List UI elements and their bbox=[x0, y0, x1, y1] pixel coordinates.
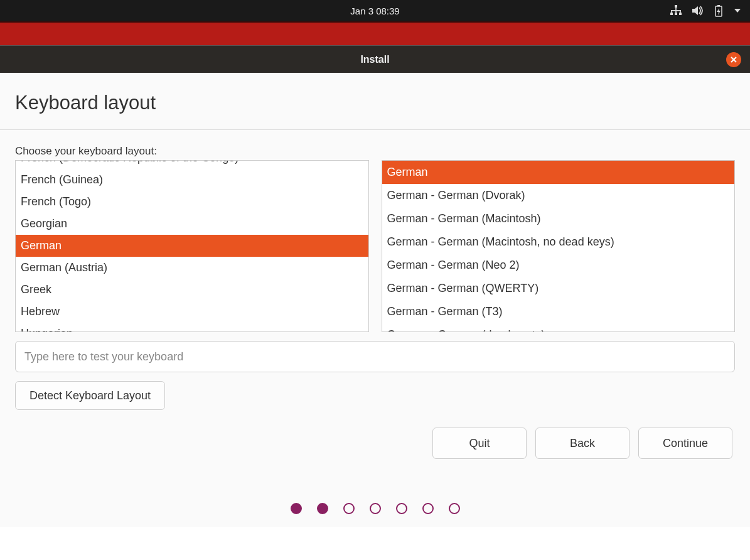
accent-strip bbox=[0, 21, 750, 45]
list-item[interactable]: German (Austria) bbox=[16, 257, 368, 279]
svg-rect-3 bbox=[679, 13, 682, 15]
network-icon[interactable] bbox=[670, 5, 682, 16]
list-item[interactable]: French (Democratic Republic of the Congo… bbox=[16, 160, 368, 169]
back-button[interactable]: Back bbox=[535, 428, 629, 459]
stepper-dot bbox=[396, 503, 407, 514]
stepper-dot bbox=[449, 503, 460, 514]
list-item[interactable]: Hungarian bbox=[16, 323, 368, 332]
list-item[interactable]: German - German (Macintosh, no dead keys… bbox=[382, 230, 735, 254]
page-title: Keyboard layout bbox=[15, 92, 735, 114]
stepper-dot bbox=[343, 503, 355, 514]
window-title: Install bbox=[360, 54, 389, 65]
stepper-dot bbox=[317, 503, 328, 514]
svg-marker-9 bbox=[692, 6, 698, 15]
layout-language-list[interactable]: French (Democratic Republic of the Congo… bbox=[15, 160, 369, 332]
close-icon bbox=[730, 56, 737, 63]
svg-marker-12 bbox=[717, 8, 721, 15]
list-item[interactable]: German - German (QWERTY) bbox=[382, 277, 735, 300]
stepper-dot bbox=[291, 503, 302, 514]
list-item[interactable]: German - German (Dvorak) bbox=[382, 184, 735, 207]
volume-icon[interactable] bbox=[692, 6, 704, 16]
installer-content: Keyboard layout Choose your keyboard lay… bbox=[0, 73, 750, 527]
list-item[interactable]: Hebrew bbox=[16, 301, 368, 323]
list-item[interactable]: German bbox=[16, 235, 368, 257]
close-button[interactable] bbox=[726, 52, 741, 67]
svg-rect-7 bbox=[675, 10, 677, 13]
svg-marker-13 bbox=[734, 9, 741, 13]
svg-rect-8 bbox=[680, 10, 681, 13]
stepper-dot bbox=[422, 503, 434, 514]
stepper-dot bbox=[370, 503, 381, 514]
svg-rect-11 bbox=[717, 5, 720, 6]
chevron-down-icon[interactable] bbox=[734, 7, 741, 14]
list-item[interactable]: Georgian bbox=[16, 213, 368, 235]
list-item[interactable]: German bbox=[382, 161, 735, 184]
instruction-label: Choose your keyboard layout: bbox=[15, 145, 735, 158]
window-titlebar: Install bbox=[0, 45, 750, 73]
list-item[interactable]: French (Togo) bbox=[16, 191, 368, 213]
list-item[interactable]: German - German (Neo 2) bbox=[382, 254, 735, 277]
quit-button[interactable]: Quit bbox=[432, 428, 527, 459]
page-header: Keyboard layout bbox=[0, 73, 750, 129]
list-item[interactable]: German - German (T3) bbox=[382, 300, 735, 323]
top-menubar: Jan 3 08:39 bbox=[0, 0, 750, 21]
list-item[interactable]: German - German (dead acute) bbox=[382, 323, 735, 332]
wizard-nav: Quit Back Continue bbox=[15, 428, 735, 459]
continue-button[interactable]: Continue bbox=[638, 428, 732, 459]
detect-layout-button[interactable]: Detect Keyboard Layout bbox=[15, 381, 165, 410]
list-item[interactable]: French (Guinea) bbox=[16, 169, 368, 191]
svg-rect-1 bbox=[670, 13, 673, 15]
svg-rect-6 bbox=[671, 10, 672, 13]
svg-rect-0 bbox=[675, 5, 677, 8]
list-item[interactable]: German - German (Macintosh) bbox=[382, 207, 735, 230]
clock-label: Jan 3 08:39 bbox=[350, 6, 399, 16]
keyboard-test-input[interactable] bbox=[15, 341, 735, 372]
layout-variant-list[interactable]: GermanGerman - German (Dvorak)German - G… bbox=[382, 160, 736, 332]
battery-icon[interactable] bbox=[714, 4, 724, 17]
svg-rect-2 bbox=[675, 13, 677, 15]
system-tray bbox=[670, 0, 741, 21]
list-item[interactable]: Greek bbox=[16, 279, 368, 301]
progress-stepper bbox=[15, 503, 735, 527]
